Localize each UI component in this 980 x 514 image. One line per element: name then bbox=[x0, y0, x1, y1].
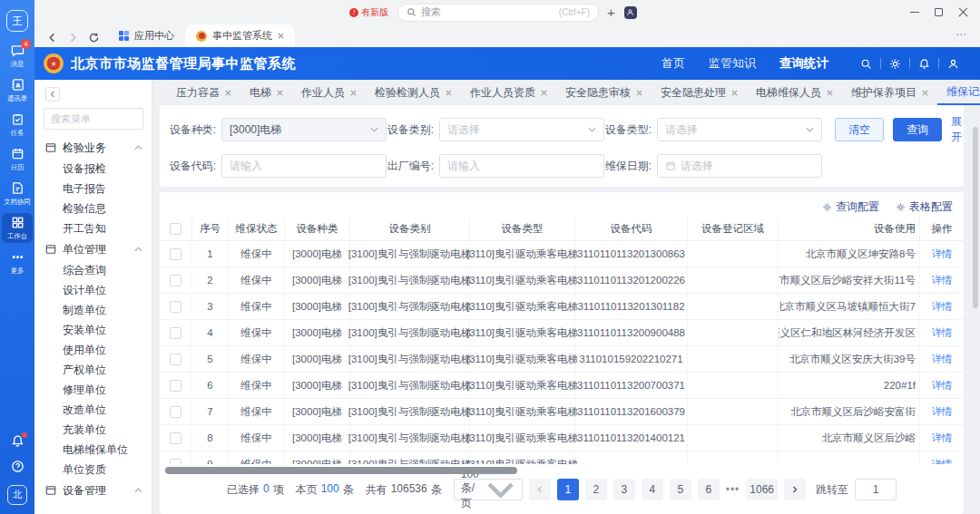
nav-query-stats[interactable]: 查询统计 bbox=[779, 55, 828, 72]
select-equipment-category[interactable]: 请选择 bbox=[439, 118, 604, 141]
pages-ellipsis[interactable]: ••• bbox=[726, 483, 740, 496]
workspace-tab[interactable]: 电梯维保人员 bbox=[747, 80, 842, 105]
sidebar-menu-item[interactable]: 改造单位 bbox=[34, 400, 152, 420]
browser-tab-system[interactable]: 事中监管系统 bbox=[185, 24, 295, 47]
select-equipment-type[interactable]: 请选择 bbox=[657, 118, 822, 141]
detail-link[interactable]: 详情 bbox=[932, 326, 953, 340]
sidebar-menu-item[interactable]: 设备报检 bbox=[34, 159, 152, 179]
sidebar-group-header[interactable]: 单位管理 bbox=[34, 238, 152, 260]
close-icon[interactable] bbox=[731, 90, 738, 96]
detail-link[interactable]: 详情 bbox=[932, 247, 953, 261]
page-size-select[interactable]: 100条/页 bbox=[454, 479, 523, 500]
refresh-icon[interactable] bbox=[89, 33, 99, 43]
table-config-link[interactable]: 表格配置 bbox=[896, 199, 953, 215]
close-window-button[interactable] bbox=[958, 7, 968, 17]
maximize-button[interactable] bbox=[935, 8, 943, 16]
user-avatar[interactable]: 王 bbox=[6, 10, 28, 32]
row-checkbox[interactable] bbox=[170, 301, 181, 313]
header-settings-icon[interactable] bbox=[881, 58, 909, 70]
nav-knowledge[interactable]: 监管知识 bbox=[709, 55, 756, 72]
row-checkbox[interactable] bbox=[170, 459, 181, 465]
rail-item-tasks[interactable]: 任务 bbox=[2, 110, 33, 140]
detail-link[interactable]: 详情 bbox=[932, 300, 953, 314]
close-icon[interactable] bbox=[350, 90, 357, 96]
row-checkbox[interactable] bbox=[170, 327, 181, 339]
detail-link[interactable]: 详情 bbox=[932, 432, 953, 445]
detail-link[interactable]: 详情 bbox=[932, 405, 953, 419]
detail-link[interactable]: 详情 bbox=[932, 379, 953, 393]
prev-page-button[interactable] bbox=[529, 479, 551, 500]
rail-item-contacts[interactable]: 通讯录 bbox=[2, 75, 33, 105]
clear-button[interactable]: 清空 bbox=[835, 118, 884, 141]
workspace-tab-partial[interactable] bbox=[160, 80, 167, 105]
row-checkbox[interactable] bbox=[170, 406, 181, 418]
close-icon[interactable] bbox=[827, 90, 833, 96]
header-search-icon[interactable] bbox=[852, 58, 880, 70]
sidebar-group-header[interactable]: 设备管理 bbox=[34, 480, 152, 501]
row-checkbox[interactable] bbox=[170, 275, 181, 286]
input-factory-number[interactable]: 请输入 bbox=[439, 154, 604, 178]
help-icon[interactable] bbox=[11, 460, 24, 477]
next-page-button[interactable] bbox=[784, 479, 806, 500]
browser-tab-app-center[interactable]: 应用中心 bbox=[108, 24, 185, 47]
sidebar-menu-item[interactable]: 充装单位 bbox=[34, 420, 152, 440]
close-icon[interactable] bbox=[541, 90, 547, 96]
browser-search-box[interactable]: 搜索 (Ctrl+F) bbox=[397, 4, 599, 22]
page-button[interactable]: 4 bbox=[642, 479, 663, 500]
rail-item-more[interactable]: 更多 bbox=[2, 247, 33, 277]
workspace-tab-active[interactable]: 维保记录 bbox=[937, 80, 980, 105]
sidebar-menu-item[interactable]: 设计单位 bbox=[34, 280, 152, 300]
sidebar-menu-item[interactable]: 电梯维保单位 bbox=[34, 440, 152, 460]
query-button[interactable]: 查询 bbox=[893, 118, 942, 141]
workspace-tab[interactable]: 电梯 bbox=[240, 80, 292, 105]
close-tab-icon[interactable] bbox=[278, 33, 284, 39]
jump-to-page-input[interactable] bbox=[855, 479, 897, 500]
vertical-scrollbar[interactable] bbox=[973, 127, 978, 308]
sidebar-menu-item[interactable]: 产权单位 bbox=[34, 360, 152, 380]
new-tab-button[interactable]: + bbox=[607, 5, 615, 19]
input-equipment-code[interactable]: 请输入 bbox=[221, 154, 387, 178]
sidebar-menu-item[interactable]: 综合查询 bbox=[34, 260, 152, 280]
row-checkbox[interactable] bbox=[170, 248, 181, 260]
row-checkbox[interactable] bbox=[170, 380, 181, 392]
scrollbar-thumb[interactable] bbox=[165, 467, 517, 474]
update-available-badge[interactable]: ! 有新版 bbox=[349, 6, 388, 19]
sidebar-menu-item[interactable]: 电子报告 bbox=[34, 179, 152, 199]
expand-filters-link[interactable]: 展开 bbox=[951, 114, 965, 145]
close-icon[interactable] bbox=[446, 90, 452, 96]
sidebar-menu-item[interactable]: 开工告知 bbox=[34, 218, 152, 238]
rail-item-messages[interactable]: 4 消息 bbox=[2, 41, 33, 71]
sidebar-group-header[interactable]: 检验业务 bbox=[34, 137, 152, 159]
sidebar-menu-item[interactable]: 使用单位 bbox=[34, 340, 152, 360]
sidebar-collapse-button[interactable] bbox=[45, 87, 60, 102]
page-button-last[interactable]: 1066 bbox=[746, 479, 778, 500]
page-button[interactable]: 3 bbox=[613, 479, 635, 500]
sidebar-menu-item[interactable]: 修理单位 bbox=[34, 380, 152, 400]
close-icon[interactable] bbox=[636, 90, 642, 96]
workspace-tab[interactable]: 维护保养项目 bbox=[842, 80, 937, 105]
rail-item-calendar[interactable]: 日历 bbox=[2, 144, 33, 174]
forward-icon[interactable] bbox=[68, 33, 78, 43]
sidebar-menu-item[interactable]: 检验信息 bbox=[34, 199, 152, 218]
page-button[interactable]: 6 bbox=[698, 479, 720, 500]
row-checkbox[interactable] bbox=[170, 432, 181, 444]
browser-profile-avatar[interactable] bbox=[624, 6, 637, 19]
tabbar-overflow-icon[interactable]: ⋯ bbox=[956, 28, 980, 47]
detail-link[interactable]: 详情 bbox=[932, 458, 953, 465]
workspace-tab[interactable]: 安全隐患处理 bbox=[652, 80, 747, 105]
workspace-tab[interactable]: 安全隐患审核 bbox=[556, 80, 652, 105]
close-icon[interactable] bbox=[922, 90, 928, 96]
sidebar-menu-item[interactable]: 单位资质 bbox=[34, 460, 152, 480]
select-equipment-kind[interactable]: [3000]电梯 bbox=[221, 118, 387, 141]
minimize-button[interactable] bbox=[910, 12, 919, 13]
page-button[interactable]: 5 bbox=[670, 479, 691, 500]
detail-link[interactable]: 详情 bbox=[932, 274, 953, 287]
horizontal-scrollbar[interactable] bbox=[162, 466, 962, 475]
workspace-tab[interactable]: 作业人员 bbox=[292, 80, 366, 105]
rail-item-workbench[interactable]: 工作台 bbox=[2, 213, 33, 243]
sidebar-menu-item[interactable]: 制造单位 bbox=[34, 300, 152, 320]
header-user-icon[interactable] bbox=[939, 58, 967, 70]
row-checkbox[interactable] bbox=[170, 354, 181, 365]
header-bell-icon[interactable] bbox=[910, 58, 938, 70]
detail-link[interactable]: 详情 bbox=[932, 353, 953, 366]
